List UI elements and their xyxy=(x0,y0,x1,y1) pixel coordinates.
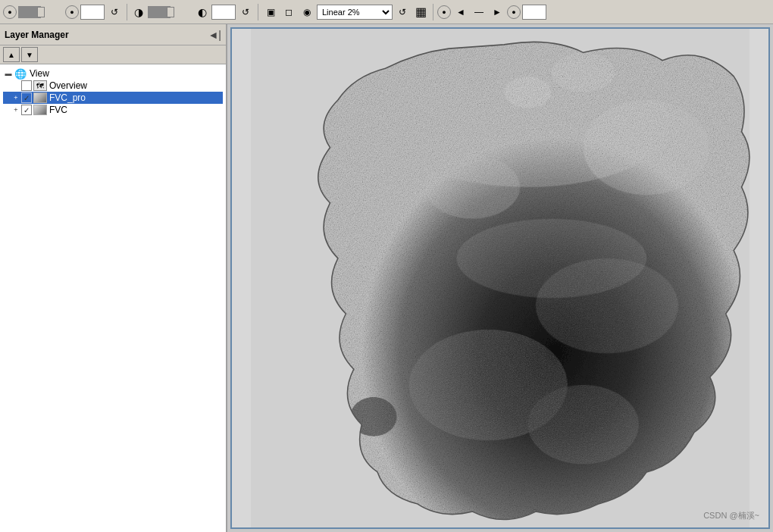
toggle-fvc-pro[interactable]: + xyxy=(11,94,21,102)
moon-left-icon: ◑ xyxy=(131,5,146,20)
circle-btn-left-1[interactable]: ● xyxy=(3,5,17,19)
eye-icon[interactable]: ◉ xyxy=(299,4,315,20)
svg-point-10 xyxy=(504,77,552,108)
arrow-left-icon[interactable]: ◄ xyxy=(452,4,469,20)
layer-manager: Layer Manager ◄| ▲ ▼ ▬ 🌐 View 🗺 Overview xyxy=(0,24,227,532)
value-input-3[interactable]: 10 xyxy=(522,5,546,20)
layer-manager-nav: ▲ ▼ xyxy=(0,45,226,64)
toggle-view[interactable]: ▬ xyxy=(3,70,14,77)
map-svg xyxy=(232,29,768,527)
layer-manager-title: Layer Manager xyxy=(5,30,69,40)
overview-label: Overview xyxy=(49,80,87,91)
globe-icon: 🌐 xyxy=(14,68,27,79)
value-input-1[interactable]: 50 xyxy=(80,5,105,20)
refresh-btn-2[interactable]: ↺ xyxy=(237,4,254,20)
tree-item-fvc-pro[interactable]: + FVC_pro xyxy=(3,92,223,104)
layer-manager-pin[interactable]: ◄| xyxy=(208,29,222,41)
slider-2[interactable] xyxy=(148,6,193,18)
value-input-2[interactable]: 20 xyxy=(211,5,236,20)
tree-item-overview[interactable]: 🗺 Overview xyxy=(3,80,223,92)
tree-item-fvc[interactable]: + FVC xyxy=(3,104,223,116)
divider-3 xyxy=(433,4,433,20)
moon-right-icon: ◐ xyxy=(195,5,210,20)
nav-up-btn[interactable]: ▲ xyxy=(3,47,20,62)
slider-1[interactable] xyxy=(18,6,64,18)
square-icon-1[interactable]: ▣ xyxy=(262,4,279,20)
toggle-fvc[interactable]: + xyxy=(11,106,21,114)
svg-point-2 xyxy=(584,100,710,195)
refresh-btn-1[interactable]: ↺ xyxy=(106,4,123,20)
toolbar-section-3: ● ◄ — ► ● xyxy=(437,4,521,20)
map-canvas[interactable]: CSDN @楠溪~ xyxy=(230,27,770,529)
svg-point-8 xyxy=(528,385,639,464)
nav-down-btn[interactable]: ▼ xyxy=(21,47,38,62)
color-grid-icon[interactable]: ▦ xyxy=(412,4,429,20)
check-overview[interactable] xyxy=(21,80,32,91)
overview-layer-icon: 🗺 xyxy=(33,80,47,91)
line-icon: — xyxy=(471,4,487,20)
svg-point-9 xyxy=(552,52,615,92)
divider-2 xyxy=(258,4,258,20)
arrow-right-icon[interactable]: ► xyxy=(489,4,505,20)
fvc-pro-layer-icon xyxy=(33,92,47,103)
toggle-spacer-1 xyxy=(11,82,21,89)
circle-btn-right-1[interactable]: ● xyxy=(65,5,79,19)
layer-manager-header: Layer Manager ◄| xyxy=(0,24,226,45)
circle-btn-right-2[interactable]: ● xyxy=(507,5,521,19)
view-label: View xyxy=(30,68,49,79)
check-fvc[interactable] xyxy=(21,105,32,115)
map-area[interactable]: CSDN @楠溪~ xyxy=(227,24,773,532)
circle-btn-left-2[interactable]: ● xyxy=(437,5,451,19)
check-fvc-pro[interactable] xyxy=(21,92,32,103)
fvc-pro-label: FVC_pro xyxy=(49,92,86,103)
layer-tree: ▬ 🌐 View 🗺 Overview + FVC_pro + xyxy=(0,64,226,532)
stretch-dropdown[interactable]: Linear 2% Linear Histogram Equalize None xyxy=(317,5,393,20)
svg-point-5 xyxy=(425,155,520,219)
refresh-btn-3[interactable]: ↺ xyxy=(394,4,411,20)
svg-point-6 xyxy=(536,258,678,353)
toolbar-section-2: ◑ ◐ xyxy=(131,5,210,20)
toolbar: ● ● 50 ↺ ◑ ◐ 20 ↺ ▣ ◻ ◉ Linear 2% Linear… xyxy=(0,0,773,24)
square-icon-2[interactable]: ◻ xyxy=(280,4,297,20)
main-container: Layer Manager ◄| ▲ ▼ ▬ 🌐 View 🗺 Overview xyxy=(0,24,773,532)
divider-1 xyxy=(127,4,127,20)
fvc-label: FVC xyxy=(49,105,67,115)
toolbar-section-1: ● ● xyxy=(3,5,79,19)
watermark: CSDN @楠溪~ xyxy=(703,510,759,521)
fvc-layer-icon xyxy=(33,105,47,115)
tree-item-view[interactable]: ▬ 🌐 View xyxy=(3,67,223,80)
